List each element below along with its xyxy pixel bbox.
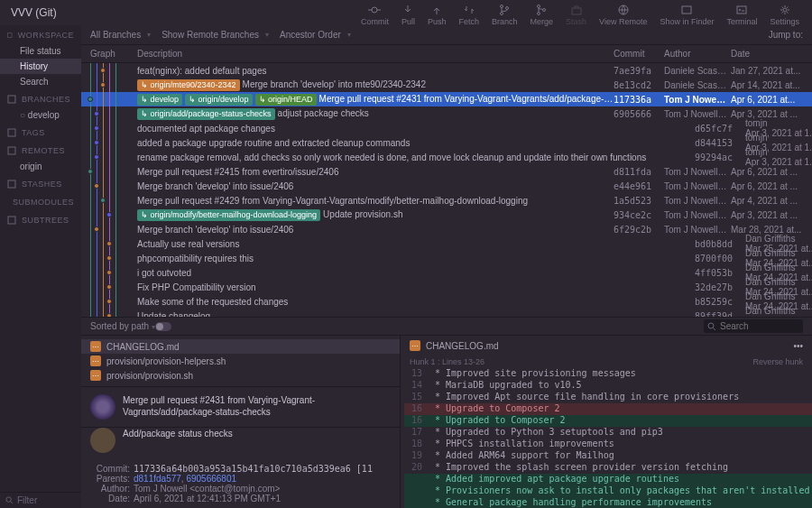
ref-tag[interactable]: ↳ origin/modify/better-mailhog-download-… — [137, 209, 320, 221]
diff-options-icon[interactable]: ••• — [793, 341, 803, 351]
commit-row-author: Tom J Nowell <... — [664, 210, 731, 220]
merge-button[interactable]: Merge — [531, 4, 554, 26]
pull-button[interactable]: Pull — [401, 4, 415, 26]
commit-row[interactable]: i got outvoted 4ff053b Dan Griffiths Mar… — [81, 265, 812, 280]
diff-line[interactable]: 16 * Upgrade to Composer 2 — [404, 403, 812, 415]
commit-row[interactable]: ↳ develop↳ origin/develop↳ origin/HEADMe… — [81, 92, 812, 106]
search-input[interactable] — [704, 319, 803, 333]
svg-point-23 — [6, 497, 11, 502]
commit-description: i got outvoted — [134, 268, 695, 278]
commit-button[interactable]: Commit — [361, 4, 389, 26]
commit-row[interactable]: Merge branch 'develop' into issue/2406 e… — [81, 179, 812, 193]
commit-row[interactable]: Fix PHP Compatibility version 32de27b Da… — [81, 280, 812, 294]
sidebar-section-header[interactable]: STASHES — [0, 174, 81, 192]
commit-row[interactable]: Update changelog 89ff39d Dan Griffiths M… — [81, 309, 812, 317]
ref-tag[interactable]: ↳ origin/mte90/2340-2342 — [137, 79, 240, 91]
diff-line[interactable]: 17 * Upgraded to Python 3 setuptools and… — [404, 427, 812, 439]
diff-line[interactable]: 16 * Upgraded to Composer 2 — [404, 415, 812, 427]
push-button[interactable]: Push — [428, 4, 447, 26]
parent-link[interactable]: 6905666801 — [186, 474, 236, 484]
sidebar-filter[interactable]: Filter — [0, 492, 81, 508]
sidebar-section-header[interactable]: SUBTREES — [0, 210, 81, 228]
commit-row[interactable]: feat(nginx): added default pages 7ae39fa… — [81, 63, 812, 78]
order-filter[interactable]: Ancestor Order — [280, 30, 351, 40]
fetch-button[interactable]: Fetch — [458, 4, 479, 26]
svg-rect-18 — [8, 180, 15, 188]
diff-line[interactable]: 15 * Improved Apt source file handling i… — [404, 392, 812, 403]
commit-short-hash: d65fc7f — [695, 124, 745, 134]
ref-tag[interactable]: ↳ origin/HEAD — [255, 94, 317, 106]
branch-filter[interactable]: All Branches — [90, 30, 151, 40]
file-item[interactable]: ⋯provision/provision.sh — [81, 368, 400, 383]
diff-line[interactable]: * Provisioners now ask to install only p… — [404, 485, 812, 497]
finder-button[interactable]: Show in Finder — [660, 4, 714, 26]
terminal-button[interactable]: Terminal — [726, 4, 757, 26]
remote-button[interactable]: View Remote — [599, 4, 647, 26]
sidebar-section-header[interactable]: WORKSPACE — [0, 25, 81, 43]
commit-row[interactable]: Actually use real versions bd0b8dd Dan G… — [81, 236, 812, 251]
sidebar-section-header[interactable]: TAGS — [0, 123, 81, 141]
commit-row[interactable]: phpcompatibility requires this 8700f00 D… — [81, 251, 812, 265]
commit-row[interactable]: added a package upgrade routine and extr… — [81, 135, 812, 150]
sidebar-item-history[interactable]: History — [0, 59, 81, 74]
commit-row[interactable]: documented apt package changes d65fc7f t… — [81, 121, 812, 135]
diff-line[interactable]: 20 * Improved the splash screen provider… — [404, 462, 812, 474]
commit-row[interactable]: ↳ origin/add/package-status-checksadjust… — [81, 106, 812, 121]
col-commit[interactable]: Commit — [614, 49, 664, 59]
sort-label[interactable]: Sorted by path — [90, 321, 155, 331]
diff-panel: ⋯ CHANGELOG.md ••• Hunk 1 : Lines 13-26 … — [401, 336, 812, 508]
sidebar-section-header[interactable]: SUBMODULES — [0, 192, 81, 210]
sidebar-item-file-status[interactable]: File status — [0, 43, 81, 59]
reverse-hunk-button[interactable]: Reverse hunk — [752, 357, 803, 366]
settings-icon — [779, 4, 791, 16]
commit-row[interactable]: ↳ origin/mte90/2340-2342Merge branch 'de… — [81, 78, 812, 92]
sidebar-section-header[interactable]: BRANCHES — [0, 89, 81, 107]
sidebar-item-origin[interactable]: origin — [0, 159, 81, 174]
file-item[interactable]: ⋯provision/provision-helpers.sh — [81, 354, 400, 368]
col-author[interactable]: Author — [664, 49, 731, 59]
commit-description: Merge pull request #2429 from Varying-Va… — [134, 196, 614, 206]
diff-body[interactable]: 13 * Improved site provisioning messages… — [401, 368, 812, 508]
jump-to[interactable]: Jump to: — [769, 30, 803, 40]
col-graph[interactable]: Graph — [81, 49, 134, 59]
commit-description: feat(nginx): added default pages — [134, 66, 614, 76]
diff-line[interactable]: 13 * Improved site provisioning messages — [404, 368, 812, 380]
ref-tag[interactable]: ↳ origin/develop — [185, 94, 253, 106]
diff-line[interactable]: 14 * MariaDB upgraded to v10.5 — [404, 380, 812, 392]
commit-row[interactable]: Merge branch 'develop' into issue/2406 6… — [81, 222, 812, 236]
commit-row[interactable]: Merge pull request #2429 from Varying-Va… — [81, 193, 812, 208]
col-date[interactable]: Date — [731, 49, 812, 59]
commit-row[interactable]: Make some of the requested changes b8525… — [81, 294, 812, 309]
sidebar-section-header[interactable]: REMOTES — [0, 141, 81, 159]
sidebar-item-develop[interactable]: develop — [0, 107, 81, 123]
section-icon — [7, 146, 16, 155]
sort-toggle[interactable] — [155, 322, 171, 331]
remote-filter[interactable]: Show Remote Branches — [161, 30, 269, 40]
ref-tag[interactable]: ↳ develop — [137, 94, 182, 106]
file-item[interactable]: ⋯CHANGELOG.md — [81, 339, 400, 354]
parent-link[interactable]: d811fda577 — [134, 474, 181, 484]
branch-button[interactable]: Branch — [492, 4, 518, 26]
ref-tag[interactable]: ↳ origin/add/package-status-checks — [137, 108, 275, 120]
stash-button[interactable]: Stash — [566, 4, 586, 26]
user-avatar — [90, 428, 115, 453]
svg-point-21 — [708, 323, 714, 328]
diff-line[interactable]: * Added improved apt package upgrade rou… — [404, 474, 812, 485]
diff-line[interactable]: 18 * PHPCS installation improvements — [404, 439, 812, 450]
diff-line[interactable]: 19 * Added ARM64 support for Mailhog — [404, 450, 812, 462]
sidebar-item-search[interactable]: Search — [0, 74, 81, 89]
commit-hash: 117336a64b003a953a15b41fa10c710a5d339ea6… — [134, 464, 373, 474]
merge-icon — [535, 4, 548, 16]
col-description[interactable]: Description — [134, 49, 614, 59]
commit-row[interactable]: Merge pull request #2415 from evertiro/i… — [81, 164, 812, 179]
commit-row[interactable]: rename package removal, add checks so on… — [81, 150, 812, 164]
svg-rect-16 — [8, 129, 15, 136]
commit-row-author: Dan Griffiths Mar 24, 2021 at... — [745, 306, 812, 317]
commit-row-author: Daniele Scasciaf... — [664, 80, 731, 90]
diff-header: ⋯ CHANGELOG.md ••• — [401, 336, 812, 356]
commit-description: ↳ origin/mte90/2340-2342Merge branch 'de… — [134, 79, 614, 91]
commit-list[interactable]: feat(nginx): added default pages 7ae39fa… — [81, 63, 812, 317]
settings-button[interactable]: Settings — [770, 4, 799, 26]
diff-line[interactable]: * General package handling performance i… — [404, 497, 812, 508]
commit-row[interactable]: ↳ origin/modify/better-mailhog-download-… — [81, 208, 812, 222]
